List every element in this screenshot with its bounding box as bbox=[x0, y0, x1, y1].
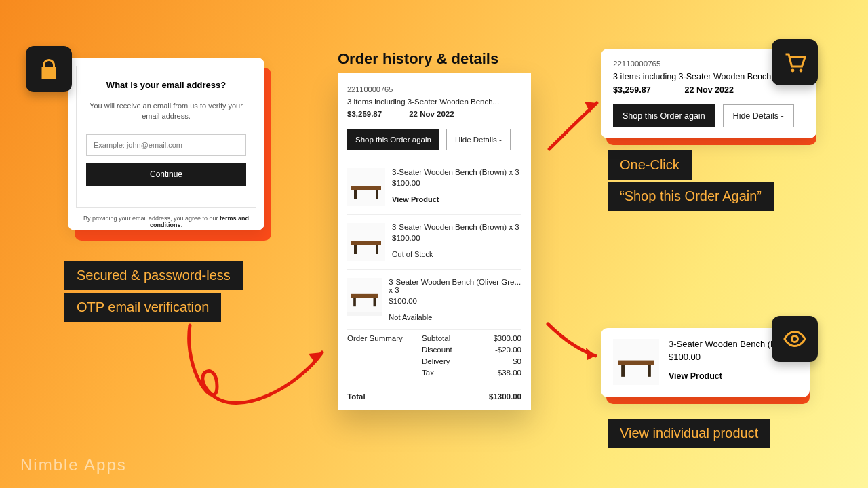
svg-rect-10 bbox=[376, 245, 378, 254]
svg-rect-8 bbox=[351, 241, 381, 245]
callout-otp: OTP email verification bbox=[64, 293, 221, 322]
mini-order-date: 22 Nov 2022 bbox=[685, 85, 734, 95]
email-sub: You will receive an email from us to ver… bbox=[86, 101, 246, 122]
svg-rect-17 bbox=[621, 365, 625, 377]
svg-rect-6 bbox=[376, 190, 378, 199]
lock-icon bbox=[26, 46, 72, 92]
item-name: 3-Seater Wooden Bench (Brown) x 3 bbox=[392, 223, 519, 231]
svg-rect-14 bbox=[374, 298, 376, 306]
svg-rect-4 bbox=[351, 186, 381, 190]
email-heading: What is your email address? bbox=[86, 80, 246, 90]
hide-details-button[interactable]: Hide Details - bbox=[446, 129, 511, 150]
mini-product-price: $100.00 bbox=[669, 352, 786, 362]
item-name: 3-Seater Wooden Bench (Brown) x 3 bbox=[392, 168, 519, 176]
mini-view-product-link[interactable]: View Product bbox=[669, 371, 786, 381]
svg-rect-5 bbox=[354, 190, 357, 199]
mini-hide-details-button[interactable]: Hide Details - bbox=[723, 104, 794, 127]
item-status: Out of Stock bbox=[392, 250, 519, 258]
eye-icon bbox=[772, 316, 818, 362]
callout-oneclick: One-Click bbox=[608, 150, 692, 180]
svg-point-1 bbox=[800, 69, 803, 73]
product-thumb bbox=[347, 278, 382, 316]
order-history-panel: 22110000765 3 items including 3-Seater W… bbox=[338, 73, 531, 410]
mini-order-total: $3,259.87 bbox=[613, 85, 651, 95]
order-id: 22110000765 bbox=[347, 85, 521, 94]
arrow-2 bbox=[542, 95, 610, 156]
callout-secured: Secured & password-less bbox=[64, 261, 243, 290]
mini-shop-again-button[interactable]: Shop this Order again bbox=[613, 104, 715, 127]
order-summary-grid: Subtotal$300.00 Discount-$20.00 Delivery… bbox=[422, 334, 521, 380]
email-card: What is your email address? You will rec… bbox=[68, 58, 264, 230]
order-date: 22 Nov 2022 bbox=[409, 110, 454, 118]
svg-point-2 bbox=[792, 336, 798, 342]
svg-rect-12 bbox=[351, 294, 378, 298]
continue-button[interactable]: Continue bbox=[86, 163, 246, 186]
brand-text: Nimble Apps bbox=[20, 455, 127, 474]
svg-rect-13 bbox=[353, 298, 356, 306]
product-thumb bbox=[347, 168, 385, 206]
item-price: $100.00 bbox=[392, 234, 519, 242]
order-grand-total: Total$1300.00 bbox=[347, 387, 521, 401]
callout-viewprod: View individual product bbox=[608, 419, 770, 448]
product-thumb bbox=[347, 223, 385, 261]
item-price: $100.00 bbox=[392, 179, 519, 187]
order-history-title: Order history & details bbox=[338, 50, 498, 68]
svg-point-0 bbox=[791, 69, 795, 73]
view-product-link[interactable]: View Product bbox=[392, 195, 519, 203]
order-summary-label: Order Summary bbox=[347, 334, 422, 380]
order-item: 3-Seater Wooden Bench (Brown) x 3 $100.0… bbox=[347, 160, 521, 215]
callout-shopagain: “Shop this Order Again” bbox=[608, 182, 774, 211]
item-name: 3-Seater Wooden Bench (Oliver Gre... x 3 bbox=[389, 278, 521, 294]
terms-text: By providing your email address, you agr… bbox=[76, 215, 256, 228]
item-price: $100.00 bbox=[389, 297, 521, 305]
order-summary-line: 3 items including 3-Seater Wooden Bench.… bbox=[347, 98, 521, 106]
order-total: $3,259.87 bbox=[347, 110, 382, 118]
svg-rect-9 bbox=[354, 245, 357, 254]
order-item: 3-Seater Wooden Bench (Brown) x 3 $100.0… bbox=[347, 215, 521, 270]
product-thumb bbox=[613, 339, 659, 385]
shop-again-button[interactable]: Shop this Order again bbox=[347, 129, 439, 150]
arrow-1 bbox=[176, 312, 339, 427]
arrow-3 bbox=[542, 319, 604, 366]
svg-rect-16 bbox=[618, 361, 654, 365]
mini-product-name: 3-Seater Wooden Bench (Br... bbox=[669, 339, 786, 349]
email-input[interactable] bbox=[86, 134, 246, 156]
item-status: Not Available bbox=[389, 313, 521, 321]
order-item: 3-Seater Wooden Bench (Oliver Gre... x 3… bbox=[347, 270, 521, 330]
cart-icon bbox=[772, 39, 818, 85]
svg-rect-18 bbox=[648, 365, 651, 377]
